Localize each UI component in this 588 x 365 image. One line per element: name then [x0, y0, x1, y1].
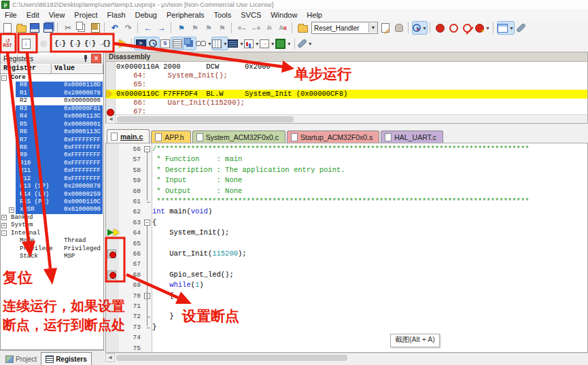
reset-cpu-icon[interactable]: ↺RST [1, 37, 14, 50]
editor-tab-hal-uart-c[interactable]: HAL_UART.c [381, 131, 443, 143]
navigate-back-icon[interactable]: ← [142, 22, 154, 34]
redo-icon[interactable]: ↷ [122, 22, 135, 34]
edit-document-icon[interactable] [379, 22, 392, 34]
comment-selection-icon[interactable]: /≡ [263, 22, 275, 34]
code-line[interactable]: Uart_Init(115200); [152, 249, 247, 259]
new-file-icon[interactable] [1, 22, 14, 34]
scrollbar-thumb[interactable] [117, 116, 294, 122]
bookmark-toggle-icon[interactable]: ⚑ [175, 22, 188, 34]
disassembly-line[interactable]: 66: Uart_Init(115200); [106, 99, 587, 107]
registers-window-icon[interactable] [171, 37, 184, 50]
cut-icon[interactable]: ✂ [62, 22, 74, 34]
register-row-r7[interactable]: R70xFFFFFFFF [1, 137, 103, 144]
command-window-icon[interactable]: > [135, 37, 147, 50]
editor-tab-app-h[interactable]: APP.h [151, 131, 190, 143]
editor-tab-startup-acm32f0x0-s[interactable]: Startup_ACM32F0x0.s [287, 131, 379, 143]
debug-toolbox-icon[interactable]: ▼ [298, 37, 313, 50]
code-line[interactable]: { [152, 218, 156, 228]
breakpoint-icon[interactable] [109, 251, 116, 258]
register-row-banked[interactable]: +Banked [1, 214, 103, 222]
step-out-icon[interactable]: {↑} [84, 37, 96, 50]
tree-expander-icon[interactable]: - [1, 75, 7, 81]
register-row-r13-sp[interactable]: R13 (SP)0x20000878 [1, 183, 103, 190]
options-for-target-icon[interactable] [296, 22, 309, 34]
code-line[interactable]: Gpio_set_led(); [152, 270, 234, 280]
code-line[interactable]: System_Init(); [152, 228, 229, 238]
bookmark-next-icon[interactable]: ⚑ [203, 22, 215, 34]
register-row-r11[interactable]: R110xFFFFFFFF [1, 167, 103, 175]
find-in-files-icon[interactable]: ▼ [413, 22, 427, 34]
editor-hscrollbar[interactable]: ◀ [105, 353, 588, 362]
debug-hand-icon[interactable] [393, 22, 405, 34]
navigate-forward-icon[interactable]: → [156, 22, 168, 34]
register-row-r5[interactable]: R50x00000001 [1, 121, 103, 128]
code-line[interactable]: /***************************************… [152, 144, 530, 154]
register-row-r4[interactable]: R40x0000113C [1, 113, 103, 120]
register-row-r9[interactable]: R90xFFFFFFFF [1, 152, 103, 159]
serial-window-icon[interactable]: ▼ [228, 37, 244, 50]
register-row-r0[interactable]: R00x0000110D [1, 82, 103, 89]
bookmark-clear-all-icon[interactable]: ⚑ [216, 22, 228, 34]
paste-icon[interactable] [89, 22, 101, 34]
code-line[interactable]: { [152, 291, 174, 301]
disassembly-code[interactable]: 0x0000110A 2000 DCW 0x2000 64: System_In… [106, 63, 587, 117]
memory-window-icon[interactable]: ▼ [212, 37, 228, 50]
menu-window[interactable]: Window [266, 11, 302, 19]
menu-file[interactable]: File [0, 11, 22, 19]
menu-project[interactable]: Project [69, 11, 102, 19]
tree-expander-icon[interactable]: - [1, 230, 7, 236]
register-row-stack[interactable]: StackMSP [1, 253, 103, 260]
toggle-breakpoint-icon[interactable] [434, 22, 447, 34]
register-row-system[interactable]: +System [1, 222, 103, 229]
breakpoint-icon[interactable] [109, 272, 116, 279]
editor-tab-main-c[interactable]: main.c [107, 129, 150, 143]
register-row-r14-lr[interactable]: R14 (LR)0x00000259 [1, 191, 103, 198]
save-icon[interactable] [29, 22, 41, 34]
fold-gutter[interactable] [143, 143, 152, 352]
uncomment-selection-icon[interactable]: /≡x [277, 22, 289, 34]
register-row-core[interactable]: -Core [1, 74, 103, 82]
kill-all-breakpoints-icon[interactable]: ▼ [475, 22, 490, 34]
menu-view[interactable]: View [44, 11, 70, 19]
enable-disable-breakpoint-icon[interactable] [448, 22, 460, 34]
register-row-r10[interactable]: R100xFFFFFFFF [1, 160, 103, 167]
indent-icon[interactable]: ≡→ [236, 22, 248, 34]
fold-toggle-icon[interactable]: − [144, 146, 150, 152]
register-row-r6[interactable]: R60x0000113C [1, 128, 103, 136]
menu-svcs[interactable]: SVCS [236, 11, 266, 19]
undo-icon[interactable]: ↶ [109, 22, 121, 34]
outdent-icon[interactable]: ←≡ [249, 22, 262, 34]
menu-edit[interactable]: Edit [22, 11, 44, 19]
call-stack-window-icon[interactable] [184, 37, 196, 50]
open-file-icon[interactable] [15, 22, 27, 34]
step-over-icon[interactable]: {→} [69, 37, 81, 50]
bookmark-prev-icon[interactable]: ⚑ [189, 22, 201, 34]
menu-help[interactable]: Help [302, 11, 327, 19]
register-row-r1[interactable]: R10x20000878 [1, 90, 103, 97]
tree-expander-icon[interactable]: + [9, 207, 14, 213]
scrollbar-thumb[interactable] [116, 355, 347, 361]
watch-window-icon[interactable]: ▼ [196, 37, 212, 50]
disable-all-breakpoints-icon[interactable] [462, 22, 474, 34]
register-row-mode[interactable]: ModeThread [1, 237, 103, 245]
analysis-window-icon[interactable]: ▼ [244, 37, 260, 50]
register-row-internal[interactable]: -Internal [1, 230, 103, 237]
step-into-icon[interactable]: {↓} [54, 37, 66, 50]
code-editor[interactable]: 56/*************************************… [105, 143, 588, 353]
registers-tree[interactable]: -CoreR00x0000110DR10x20000878R20x0000000… [1, 74, 103, 349]
close-icon[interactable]: x [91, 54, 101, 63]
disassembly-window-icon[interactable] [147, 37, 159, 50]
menu-flash[interactable]: Flash [103, 11, 131, 19]
copy-icon[interactable] [75, 22, 88, 34]
register-row-r12[interactable]: R120xFFFFFFFF [1, 175, 103, 183]
breakpoint-margin[interactable] [106, 143, 119, 352]
pin-icon[interactable] [82, 55, 88, 61]
register-row-r3[interactable]: R30x00000F81 [1, 105, 103, 113]
code-line[interactable]: } [152, 311, 174, 321]
register-row-privilege[interactable]: PrivilegePrivileged [1, 245, 103, 253]
window-layout-icon[interactable]: ▼ [498, 22, 514, 34]
menu-debug[interactable]: Debug [131, 11, 162, 19]
tree-expander-icon[interactable]: + [1, 215, 7, 220]
function-combo[interactable]: Reset_Handler▼ [311, 22, 378, 34]
run-to-cursor-icon[interactable]: →{} [99, 37, 111, 50]
